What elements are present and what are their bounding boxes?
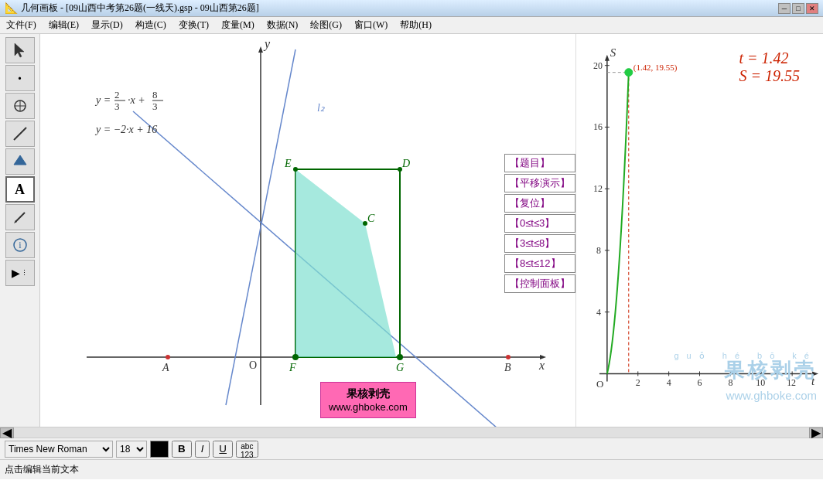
svg-text:3: 3 <box>114 100 120 112</box>
main-canvas-svg: y x O l₁ l₂ <box>40 34 575 427</box>
more-tool[interactable]: ▶⋮ <box>5 260 35 286</box>
svg-marker-11 <box>258 46 263 53</box>
svg-marker-47 <box>605 55 610 61</box>
svg-line-6 <box>15 213 25 222</box>
svg-text:y =: y = <box>94 94 111 106</box>
side-btn-reset[interactable]: 【复位】 <box>504 194 575 213</box>
side-btn-demo[interactable]: 【平移演示】 <box>504 174 575 192</box>
point-tool[interactable]: · <box>5 65 35 91</box>
pencil-tool[interactable] <box>5 204 35 230</box>
svg-text:20: 20 <box>593 60 603 71</box>
svg-text:y = −2·x + 16: y = −2·x + 16 <box>94 124 157 135</box>
svg-text:A: A <box>162 362 169 373</box>
side-btn-control[interactable]: 【控制面板】 <box>504 274 575 293</box>
font-size-select[interactable]: 18 <box>116 441 147 458</box>
svg-text:4: 4 <box>596 307 601 318</box>
svg-marker-5 <box>14 155 26 165</box>
svg-text:12: 12 <box>593 183 603 194</box>
svg-text:16: 16 <box>593 121 603 132</box>
menu-file[interactable]: 文件(F) <box>0 17 43 33</box>
menu-help[interactable]: 帮助(H) <box>394 17 438 33</box>
chart-watermark-url: www.ghboke.com <box>726 389 817 402</box>
svg-point-33 <box>506 355 511 359</box>
main-area: · A i ▶⋮ y x O <box>0 34 823 427</box>
italic-button[interactable]: I <box>195 441 210 458</box>
svg-text:O: O <box>249 359 257 371</box>
polygon-tool[interactable] <box>5 148 35 175</box>
svg-line-4 <box>14 128 26 140</box>
svg-text:2: 2 <box>114 89 120 100</box>
right-chart: t = 1.42 S = 19.55 S t O 2 4 6 8 <box>575 34 823 427</box>
svg-text:2: 2 <box>636 377 640 388</box>
special-char-button[interactable]: abc123 <box>236 441 258 458</box>
scroll-track[interactable] <box>14 427 809 438</box>
scroll-right[interactable]: ▶ <box>809 427 823 438</box>
svg-point-35 <box>166 355 170 359</box>
font-select[interactable]: Times New Roman <box>5 441 113 458</box>
svg-text:6: 6 <box>698 377 702 388</box>
svg-text:y: y <box>263 37 271 51</box>
chart-watermark-cn: 果核剥壳 <box>724 357 817 384</box>
svg-text:S: S <box>610 46 616 59</box>
side-menu: 【题目】 【平移演示】 【复位】 【0≤t≤3】 【3≤t≤8】 【8≤t≤12… <box>504 154 575 293</box>
canvas-area: y x O l₁ l₂ <box>40 34 575 427</box>
app-icon: 📐 <box>5 2 18 15</box>
svg-text:8: 8 <box>596 245 601 256</box>
titlebar-left: 📐 几何画板 - [09山西中考第26题(一线天).gsp - 09山西第26题… <box>5 2 259 15</box>
menu-edit[interactable]: 编辑(E) <box>43 17 85 33</box>
side-btn-t1[interactable]: 【0≤t≤3】 <box>504 214 575 233</box>
svg-text:l₂: l₂ <box>317 102 325 114</box>
menu-graph[interactable]: 绘图(G) <box>304 17 348 33</box>
color-button[interactable] <box>150 441 169 458</box>
svg-marker-22 <box>295 169 396 357</box>
svg-text:·x +: ·x + <box>128 94 145 106</box>
app-title: 几何画板 - [09山西中考第26题(一线天).gsp - 09山西第26题] <box>21 2 259 15</box>
status-text: 点击编辑当前文本 <box>5 463 79 476</box>
pink-watermark-line1: 果核剥壳 <box>329 387 408 401</box>
svg-point-29 <box>292 354 299 360</box>
svg-text:O: O <box>596 378 603 390</box>
left-toolbar: · A i ▶⋮ <box>0 34 40 427</box>
svg-text:B: B <box>504 362 511 373</box>
menu-display[interactable]: 显示(D) <box>85 17 129 33</box>
menu-transform[interactable]: 变换(T) <box>172 17 215 33</box>
close-button[interactable]: ✕ <box>806 3 818 14</box>
bold-button[interactable]: B <box>172 441 192 458</box>
side-btn-t2[interactable]: 【3≤t≤8】 <box>504 234 575 253</box>
svg-text:(1.42, 19.55): (1.42, 19.55) <box>633 63 678 73</box>
svg-text:i: i <box>19 240 22 250</box>
menubar: 文件(F) 编辑(E) 显示(D) 构造(C) 变换(T) 度量(M) 数据(N… <box>0 17 823 34</box>
svg-text:E: E <box>284 158 292 169</box>
info-tool[interactable]: i <box>5 232 35 258</box>
titlebar: 📐 几何画板 - [09山西中考第26题(一线天).gsp - 09山西第26题… <box>0 0 823 17</box>
svg-point-23 <box>293 167 298 172</box>
svg-point-31 <box>397 354 403 360</box>
maximize-button[interactable]: □ <box>792 3 804 14</box>
svg-text:G: G <box>396 362 404 373</box>
line-tool[interactable] <box>5 121 35 147</box>
side-btn-t3[interactable]: 【8≤t≤12】 <box>504 254 575 273</box>
select-tool[interactable] <box>5 37 35 63</box>
svg-text:8: 8 <box>152 89 158 100</box>
horizontal-scrollbar[interactable]: ◀ ▶ <box>0 427 823 438</box>
side-btn-topic[interactable]: 【题目】 <box>504 154 575 172</box>
minimize-button[interactable]: ─ <box>778 3 791 14</box>
svg-text:F: F <box>289 362 296 373</box>
menu-measure[interactable]: 度量(M) <box>215 17 261 33</box>
svg-text:4: 4 <box>667 377 671 388</box>
svg-marker-0 <box>15 43 24 57</box>
svg-text:x: x <box>538 359 545 372</box>
scroll-left[interactable]: ◀ <box>0 427 14 438</box>
menu-data[interactable]: 数据(N) <box>261 17 305 33</box>
pink-watermark-line2: www.ghboke.com <box>329 401 408 413</box>
text-tool[interactable]: A <box>5 176 35 203</box>
svg-text:C: C <box>367 213 375 224</box>
svg-text:3: 3 <box>152 100 158 112</box>
menu-window[interactable]: 窗口(W) <box>348 17 394 33</box>
titlebar-controls[interactable]: ─ □ ✕ <box>778 3 818 14</box>
compass-tool[interactable] <box>5 93 35 119</box>
underline-button[interactable]: U <box>213 441 233 458</box>
svg-text:D: D <box>401 158 410 169</box>
bottom-toolbar: Times New Roman 18 B I U abc123 <box>0 438 823 459</box>
menu-construct[interactable]: 构造(C) <box>129 17 172 33</box>
